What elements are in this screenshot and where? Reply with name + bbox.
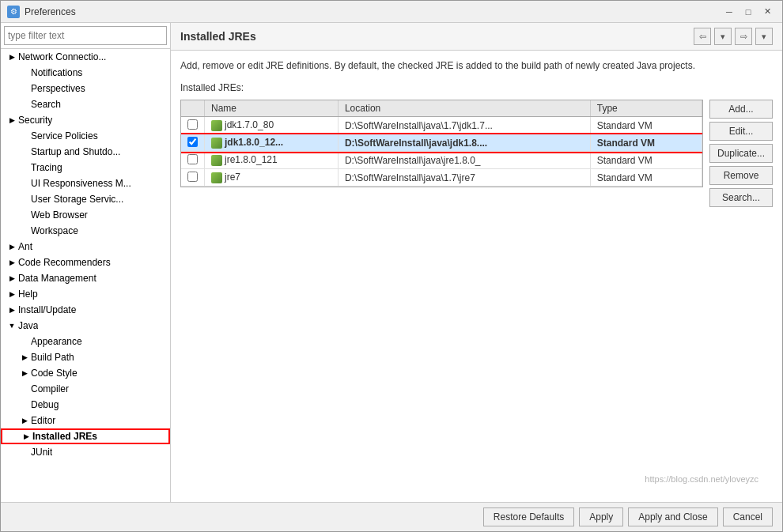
row-checkbox-cell xyxy=(181,117,205,134)
row-checkbox[interactable] xyxy=(187,154,198,164)
bottom-btn-apply[interactable]: Apply xyxy=(579,507,623,526)
forward-button[interactable]: ⇨ xyxy=(735,28,752,45)
dropdown-forward-button[interactable]: ▾ xyxy=(755,28,773,45)
tree-expand-icon xyxy=(20,100,29,109)
tree-item-label-ui-responsiveness: UI Responsiveness M... xyxy=(31,178,131,189)
sidebar-item-notifications[interactable]: Notifications xyxy=(1,65,170,81)
action-btn-edit---[interactable]: Edit... xyxy=(709,122,773,141)
main-content: ▶Network Connectio...NotificationsPerspe… xyxy=(1,23,782,502)
bottom-btn-restore-defaults[interactable]: Restore Defaults xyxy=(483,507,574,526)
sidebar-item-security[interactable]: ▶Security xyxy=(1,112,170,128)
sidebar-item-startup-shutdown[interactable]: Startup and Shutdo... xyxy=(1,144,170,160)
row-name: jdk1.8.0_12... xyxy=(205,134,339,152)
tree-expand-icon: ▶ xyxy=(7,242,17,251)
tree-expand-icon xyxy=(20,163,29,172)
action-btn-remove[interactable]: Remove xyxy=(709,166,773,185)
tree-expand-icon: ▶ xyxy=(20,368,29,378)
maximize-button[interactable]: □ xyxy=(740,5,757,19)
sidebar-item-ant[interactable]: ▶Ant xyxy=(1,239,170,255)
sidebar-item-java[interactable]: ▼Java xyxy=(1,318,170,334)
sidebar-item-build-path[interactable]: ▶Build Path xyxy=(1,349,170,365)
row-type: Standard VM xyxy=(590,117,702,134)
sidebar-item-perspectives[interactable]: Perspectives xyxy=(1,81,170,96)
tree-item-label-user-storage: User Storage Servic... xyxy=(31,194,123,205)
row-checkbox[interactable] xyxy=(187,172,198,182)
panel-body: Add, remove or edit JRE definitions. By … xyxy=(171,51,782,502)
jre-icon xyxy=(211,138,222,149)
row-checkbox[interactable] xyxy=(187,119,198,130)
minimize-button[interactable]: ─ xyxy=(721,5,738,19)
table-row[interactable]: jre1.8.0_121D:\SoftWareInstall\java\jre1… xyxy=(181,152,702,169)
sidebar-item-search[interactable]: Search xyxy=(1,96,170,112)
tree-item-label-code-recommenders: Code Recommenders xyxy=(18,257,111,268)
tree-expand-icon xyxy=(20,210,29,220)
tree-expand-icon xyxy=(20,226,29,236)
table-header-row: Name Location Type xyxy=(181,100,702,117)
sidebar-item-appearance[interactable]: Appearance xyxy=(1,334,170,349)
action-btn-search---[interactable]: Search... xyxy=(709,188,773,207)
tree-container: ▶Network Connectio...NotificationsPerspe… xyxy=(1,49,170,502)
tree-item-label-perspectives: Perspectives xyxy=(31,83,85,94)
tree-expand-icon: ▶ xyxy=(7,305,17,315)
sidebar-item-user-storage[interactable]: User Storage Servic... xyxy=(1,191,170,207)
jre-icon xyxy=(211,155,222,166)
tree-item-label-build-path: Build Path xyxy=(31,352,74,363)
tree-item-label-tracing: Tracing xyxy=(31,162,62,173)
tree-item-label-editor: Editor xyxy=(31,415,55,426)
row-name: jre7 xyxy=(205,169,339,187)
back-button[interactable]: ⇦ xyxy=(694,28,711,45)
preferences-window: ⚙ Preferences ─ □ ✕ ▶Network Connectio..… xyxy=(0,0,783,532)
tree-item-label-help: Help xyxy=(18,289,38,300)
tree-expand-icon: ▼ xyxy=(7,321,17,330)
table-row[interactable]: jre7D:\SoftWareInstall\java\1.7\jre7Stan… xyxy=(181,169,702,187)
tree-item-label-install-update: Install/Update xyxy=(18,304,76,315)
tree-item-label-workspace: Workspace xyxy=(31,225,78,236)
action-btn-add---[interactable]: Add... xyxy=(709,100,773,119)
row-location: D:\SoftWareInstall\java\1.7\jdk1.7... xyxy=(338,117,590,134)
sidebar-item-network[interactable]: ▶Network Connectio... xyxy=(1,49,170,65)
sidebar-item-editor[interactable]: ▶Editor xyxy=(1,413,170,428)
filter-box xyxy=(1,23,170,49)
sidebar-item-installed-jres[interactable]: ▶Installed JREs xyxy=(1,428,170,444)
title-bar: ⚙ Preferences ─ □ ✕ xyxy=(1,1,782,23)
sidebar-item-web-browser[interactable]: Web Browser xyxy=(1,207,170,223)
sidebar-item-compiler[interactable]: Compiler xyxy=(1,381,170,397)
tree-item-label-junit: JUnit xyxy=(31,447,52,458)
tree-expand-icon xyxy=(20,400,29,409)
tree-item-label-java: Java xyxy=(18,320,38,331)
sidebar-item-debug[interactable]: Debug xyxy=(1,397,170,413)
bottom-btn-apply-and-close[interactable]: Apply and Close xyxy=(628,507,717,526)
sidebar: ▶Network Connectio...NotificationsPerspe… xyxy=(1,23,171,502)
tree-expand-icon xyxy=(20,147,29,157)
col-checkbox xyxy=(181,100,205,117)
table-row[interactable]: jdk1.7.0_80D:\SoftWareInstall\java\1.7\j… xyxy=(181,117,702,134)
tree-expand-icon: ▶ xyxy=(7,258,17,267)
sidebar-item-tracing[interactable]: Tracing xyxy=(1,160,170,175)
tree-item-label-security: Security xyxy=(18,115,52,126)
col-type: Type xyxy=(590,100,702,117)
row-checkbox-cell xyxy=(181,134,205,152)
panel-header: Installed JREs ⇦ ▾ ⇨ ▾ xyxy=(171,23,782,51)
close-button[interactable]: ✕ xyxy=(758,5,776,19)
action-btn-duplicate---[interactable]: Duplicate... xyxy=(709,144,773,163)
row-name: jdk1.7.0_80 xyxy=(205,117,339,134)
filter-input[interactable] xyxy=(4,26,167,45)
sidebar-item-workspace[interactable]: Workspace xyxy=(1,223,170,239)
sidebar-item-code-style[interactable]: ▶Code Style xyxy=(1,365,170,381)
bottom-btn-cancel[interactable]: Cancel xyxy=(723,507,773,526)
sidebar-item-code-recommenders[interactable]: ▶Code Recommenders xyxy=(1,255,170,270)
sidebar-item-data-management[interactable]: ▶Data Management xyxy=(1,270,170,286)
row-checkbox[interactable] xyxy=(187,137,198,147)
sidebar-item-install-update[interactable]: ▶Install/Update xyxy=(1,302,170,318)
sidebar-item-junit[interactable]: JUnit xyxy=(1,444,170,460)
dropdown-back-button[interactable]: ▾ xyxy=(714,28,732,45)
jre-table: Name Location Type jdk1.7.0_80D:\SoftWar… xyxy=(181,100,702,187)
table-row[interactable]: jdk1.8.0_12...D:\SoftWareInstall\java\jd… xyxy=(181,134,702,152)
sidebar-item-service-policies[interactable]: Service Policies xyxy=(1,128,170,144)
tree-item-label-search: Search xyxy=(31,99,61,110)
tree-item-label-data-management: Data Management xyxy=(18,273,96,284)
sidebar-item-help[interactable]: ▶Help xyxy=(1,286,170,302)
sidebar-item-ui-responsiveness[interactable]: UI Responsiveness M... xyxy=(1,175,170,191)
tree-expand-icon: ▶ xyxy=(21,432,31,441)
row-checkbox-cell xyxy=(181,152,205,169)
